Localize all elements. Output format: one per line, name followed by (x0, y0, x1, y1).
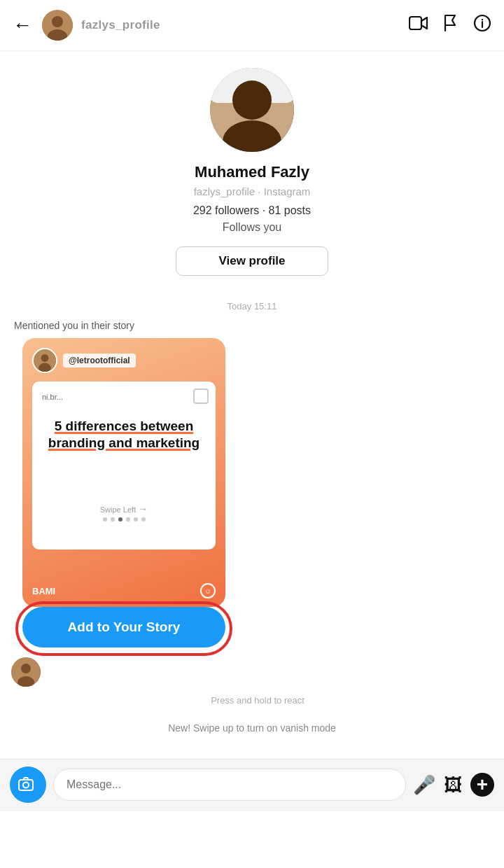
story-card-content: ni.br... 5 differences between branding … (32, 382, 216, 550)
profile-handle: fazlys_profile · Instagram (194, 186, 311, 197)
mic-icon[interactable]: 🎤 (413, 774, 435, 796)
gallery-icon[interactable]: 🖼 (444, 774, 462, 796)
svg-point-9 (232, 80, 272, 120)
header-username: fazlys_profile (81, 18, 409, 32)
story-main-text: 5 differences between branding and marke… (42, 418, 206, 451)
story-bottom-bar: BAMI ☺ (22, 576, 225, 607)
profile-section: Muhamed Fazly fazlys_profile · Instagram… (0, 51, 504, 287)
camera-button[interactable] (10, 766, 46, 803)
story-dot-6 (141, 517, 146, 522)
message-input-wrap[interactable] (53, 769, 406, 801)
header: ← fazlys_profile (0, 0, 504, 51)
message-row (11, 657, 493, 687)
vanish-mode-label: New! Swipe up to turn on vanish mode (11, 722, 493, 734)
flag-icon[interactable] (442, 14, 459, 36)
plus-icon[interactable]: + (470, 773, 494, 797)
press-hold-label: Press and hold to react (22, 695, 493, 706)
video-call-icon[interactable] (409, 15, 428, 36)
story-dots (103, 517, 146, 522)
story-checkbox (193, 388, 209, 404)
message-area: Mentioned you in their story @letrootoff… (0, 320, 504, 759)
bar-icons: 🎤 🖼 + (413, 773, 494, 797)
mentioned-label: Mentioned you in their story (14, 320, 493, 331)
message-user-avatar (11, 657, 41, 687)
svg-point-6 (482, 19, 483, 20)
back-button[interactable]: ← (13, 14, 32, 36)
story-circle-icon: ☺ (200, 583, 216, 598)
story-dot-1 (103, 517, 107, 522)
profile-follows-you: Follows you (223, 221, 281, 234)
story-logo: BAMI (32, 586, 55, 596)
story-dot-3 (118, 517, 122, 522)
story-handle-tag: @letrootofficial (63, 354, 136, 368)
message-input[interactable] (66, 778, 393, 791)
add-to-story-button[interactable]: Add to Your Story (22, 607, 225, 648)
story-card-wrapper: @letrootofficial ni.br... 5 differences … (11, 338, 493, 648)
add-story-container: Add to Your Story (22, 607, 493, 648)
story-avatar (32, 348, 57, 373)
story-top-bar: @letrootofficial (32, 348, 216, 373)
story-card[interactable]: @letrootofficial ni.br... 5 differences … (22, 338, 225, 607)
message-bar: 🎤 🖼 + (0, 759, 504, 811)
svg-rect-3 (410, 17, 421, 29)
story-swipe-label: Swipe Left → (100, 503, 148, 514)
svg-point-12 (41, 354, 49, 362)
profile-avatar (210, 68, 294, 152)
message-timestamp: Today 15:11 (0, 301, 504, 312)
view-profile-button[interactable]: View profile (176, 246, 328, 276)
svg-point-1 (52, 16, 63, 27)
header-action-icons (409, 14, 491, 36)
header-avatar[interactable] (42, 10, 73, 41)
profile-name: Muhamed Fazly (195, 163, 309, 181)
info-icon[interactable] (473, 14, 491, 36)
story-dot-5 (134, 517, 138, 522)
story-name-small: ni.br... (42, 393, 63, 401)
story-dot-4 (126, 517, 130, 522)
svg-rect-17 (19, 780, 33, 790)
profile-stats: 292 followers · 81 posts (193, 204, 311, 217)
svg-point-18 (23, 783, 29, 788)
story-dot-2 (111, 517, 115, 522)
svg-point-13 (38, 363, 51, 373)
svg-point-15 (21, 664, 31, 673)
